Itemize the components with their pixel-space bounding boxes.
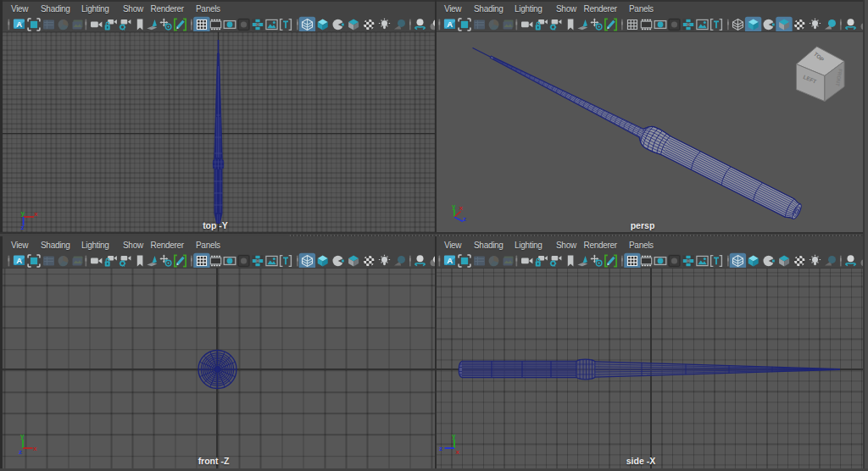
svg-text:z: z: [21, 224, 25, 231]
svg-text:z: z: [19, 448, 22, 456]
svg-text:y: y: [452, 202, 456, 210]
svg-text:x: x: [456, 448, 460, 456]
svg-text:z: z: [439, 445, 442, 452]
svg-text:x: x: [459, 204, 464, 212]
svg-text:x: x: [34, 210, 38, 218]
svg-text:y: y: [20, 432, 25, 440]
svg-text:y: y: [21, 209, 25, 217]
svg-text:z: z: [463, 215, 466, 223]
svg-text:x: x: [33, 445, 37, 452]
svg-text:y: y: [452, 432, 456, 440]
